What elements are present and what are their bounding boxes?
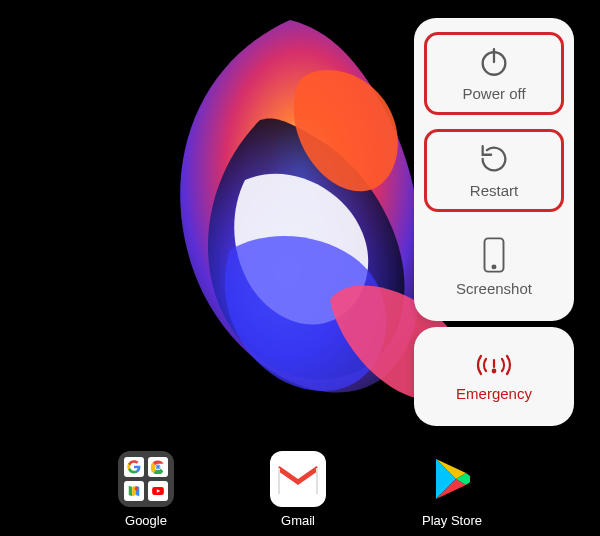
restart-label: Restart <box>470 182 518 199</box>
power-off-label: Power off <box>462 85 525 102</box>
power-menu: Power off Restart Screenshot Emergency <box>414 18 574 426</box>
emergency-button[interactable]: Emergency <box>424 341 564 412</box>
svg-point-4 <box>156 465 159 468</box>
screenshot-icon <box>479 236 509 274</box>
power-icon <box>477 45 511 79</box>
dock: Google Gmail Play Store <box>0 451 600 528</box>
gmail-app[interactable]: Gmail <box>270 451 326 528</box>
emergency-card: Emergency <box>414 327 574 426</box>
play-store-app[interactable]: Play Store <box>422 451 482 528</box>
svg-point-11 <box>492 265 495 268</box>
google-folder-icon <box>118 451 174 507</box>
gmail-icon <box>270 451 326 507</box>
screenshot-label: Screenshot <box>456 280 532 297</box>
google-folder-label: Google <box>125 513 167 528</box>
screenshot-button[interactable]: Screenshot <box>424 226 564 307</box>
restart-button[interactable]: Restart <box>424 129 564 212</box>
gmail-label: Gmail <box>281 513 315 528</box>
svg-point-13 <box>493 370 496 373</box>
play-store-icon <box>424 451 480 507</box>
maps-icon <box>124 481 144 501</box>
emergency-label: Emergency <box>456 385 532 402</box>
svg-point-5 <box>135 487 139 491</box>
power-menu-card: Power off Restart Screenshot <box>414 18 574 321</box>
youtube-icon <box>148 481 168 501</box>
google-folder[interactable]: Google <box>118 451 174 528</box>
restart-icon <box>477 142 511 176</box>
power-off-button[interactable]: Power off <box>424 32 564 115</box>
play-store-label: Play Store <box>422 513 482 528</box>
emergency-icon <box>473 351 515 379</box>
google-logo-icon <box>124 457 144 477</box>
chrome-icon <box>148 457 168 477</box>
